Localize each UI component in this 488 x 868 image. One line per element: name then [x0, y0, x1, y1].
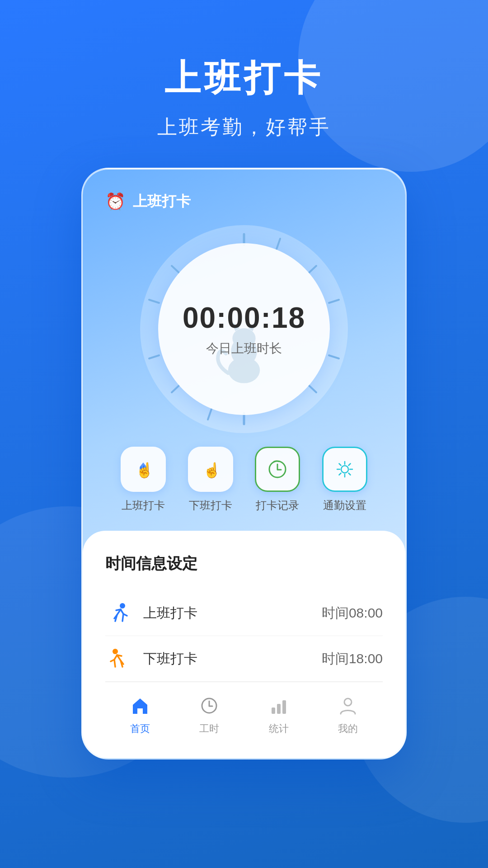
- app-header: ⏰ 上班打卡: [105, 192, 383, 212]
- evening-icon: [105, 645, 132, 672]
- profile-icon: [335, 693, 361, 718]
- page-subtitle: 上班考勤，好帮手: [0, 114, 488, 141]
- info-panel: 时间信息设定 上班打卡 时间08:00: [83, 531, 405, 758]
- svg-rect-25: [277, 704, 281, 714]
- evening-checkout-name: 下班打卡: [143, 650, 322, 668]
- checkout-label: 下班打卡: [189, 498, 232, 513]
- clock-time: 00:00:18: [183, 301, 305, 335]
- nav-hours-label: 工时: [199, 722, 219, 736]
- nav-stats-label: 统计: [269, 722, 289, 736]
- svg-line-7: [208, 409, 211, 420]
- checkin-icon: ☝: [121, 447, 166, 492]
- svg-line-8: [172, 386, 179, 392]
- checkin-button[interactable]: ☝ 上班打卡: [121, 447, 166, 513]
- checkout-icon: ☝: [188, 447, 233, 492]
- nav-hours[interactable]: 工时: [197, 693, 222, 736]
- action-buttons-row: ☝ 上班打卡 ☝ 下班打卡: [105, 447, 383, 513]
- morning-checkin-row[interactable]: 上班打卡 时间08:00: [105, 590, 383, 636]
- records-label: 打卡记录: [256, 498, 299, 513]
- evening-checkout-row[interactable]: 下班打卡 时间18:00: [105, 636, 383, 682]
- records-icon: [255, 447, 300, 492]
- svg-line-1: [277, 239, 280, 249]
- svg-rect-26: [282, 700, 286, 714]
- alarm-clock-icon: ⏰: [105, 192, 126, 211]
- checkout-button[interactable]: ☝ 下班打卡: [188, 447, 233, 513]
- evening-checkout-time: 时间18:00: [322, 650, 383, 668]
- info-panel-title: 时间信息设定: [105, 553, 383, 574]
- svg-point-27: [344, 698, 352, 706]
- svg-text:☝: ☝: [136, 462, 154, 479]
- nav-stats[interactable]: 统计: [266, 693, 291, 736]
- nav-home[interactable]: 首页: [127, 693, 153, 736]
- nav-home-label: 首页: [130, 722, 150, 736]
- svg-line-10: [149, 300, 159, 303]
- settings-button[interactable]: 通勤设置: [322, 447, 367, 513]
- app-name: 上班打卡: [133, 192, 191, 212]
- home-icon: [127, 693, 153, 718]
- nav-mine-label: 我的: [338, 722, 358, 736]
- page-header: 上班打卡 上班考勤，好帮手: [0, 0, 488, 168]
- svg-text:☝: ☝: [203, 462, 221, 479]
- bottom-nav: 首页 工时 统计: [105, 682, 383, 749]
- clock-outer-ring: 00:00:18 今日上班时长: [140, 225, 348, 433]
- clock-label: 今日上班时长: [206, 340, 282, 357]
- svg-point-22: [113, 649, 118, 654]
- records-button[interactable]: 打卡记录: [255, 447, 300, 513]
- nav-mine[interactable]: 我的: [335, 693, 361, 736]
- morning-checkin-name: 上班打卡: [143, 604, 322, 623]
- svg-line-11: [172, 266, 179, 273]
- svg-line-3: [329, 300, 339, 303]
- morning-icon: [105, 599, 132, 627]
- hours-icon: [197, 693, 222, 718]
- commute-settings-label: 通勤设置: [323, 498, 366, 513]
- svg-rect-24: [272, 708, 275, 714]
- svg-line-2: [309, 266, 316, 273]
- morning-checkin-time: 时间08:00: [322, 604, 383, 623]
- checkin-label: 上班打卡: [122, 498, 165, 513]
- clock-face: 00:00:18 今日上班时长: [158, 243, 330, 415]
- svg-line-5: [309, 386, 316, 392]
- page-title: 上班打卡: [0, 54, 488, 103]
- stats-icon: [266, 693, 291, 718]
- svg-point-20: [341, 466, 348, 473]
- clock-container: 00:00:18 今日上班时长: [105, 225, 383, 433]
- svg-point-21: [120, 603, 125, 609]
- svg-line-9: [149, 355, 159, 359]
- svg-line-4: [329, 355, 339, 359]
- phone-mockup: ⏰ 上班打卡: [81, 168, 407, 760]
- settings-icon: [322, 447, 367, 492]
